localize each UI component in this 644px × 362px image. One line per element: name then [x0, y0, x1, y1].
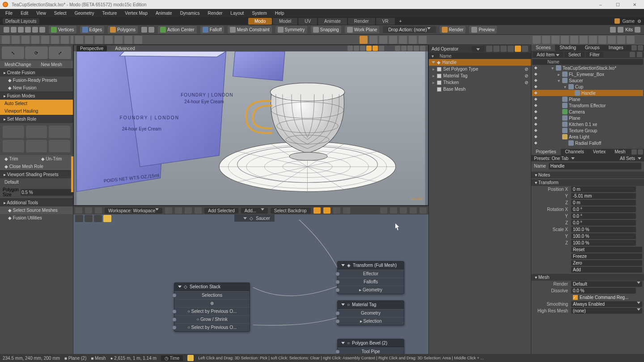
mesh-role-btn[interactable]	[26, 140, 47, 152]
expand-icon[interactable]	[635, 27, 640, 33]
vp-projection[interactable]: Perspective	[76, 46, 107, 51]
node-row[interactable]: Selections	[174, 291, 250, 299]
shelf-icon[interactable]	[12, 36, 20, 44]
rs-icon[interactable]	[598, 36, 606, 44]
play-icon[interactable]	[75, 215, 83, 222]
tab-scenes[interactable]: Scenes	[531, 45, 555, 51]
vp-opt-icon[interactable]	[360, 46, 365, 51]
shelf-icon[interactable]	[41, 36, 49, 44]
sch-nav-icon[interactable]	[380, 207, 387, 214]
layout-tab-modo[interactable]: Modo	[248, 18, 272, 25]
mesh-role-btn[interactable]	[3, 140, 24, 152]
trim-btn[interactable]: ◆ Trim	[0, 155, 37, 163]
sch-icon[interactable]	[75, 207, 82, 214]
vp-shelf-icon[interactable]	[369, 36, 377, 44]
rot-y-input[interactable]: 0.0 °	[571, 213, 636, 219]
menu-layout[interactable]: Layout	[227, 10, 247, 17]
transform-rotate-icon[interactable]: ⟳	[25, 46, 47, 59]
vp-shelf-icon[interactable]	[105, 36, 113, 44]
snapping-toggle[interactable]: Snapping	[311, 26, 341, 34]
vp-shelf-icon[interactable]	[399, 36, 407, 44]
layout-tab-vr[interactable]: VR	[376, 18, 395, 25]
tree-item[interactable]: Transform Effector	[532, 102, 643, 109]
add-operator-dropdown[interactable]: Add Operator	[432, 46, 458, 51]
menu-dynamics[interactable]: Dynamics	[177, 10, 203, 17]
node-row[interactable]: Effector	[338, 269, 404, 278]
tool-icon[interactable]	[25, 27, 31, 33]
sch-nav-icon[interactable]	[419, 207, 427, 214]
vp-shelf-icon[interactable]	[389, 36, 397, 44]
node-row[interactable]: ○ Select by Previous O...	[174, 307, 250, 315]
drop-action-dropdown[interactable]: Drop Action: (none)	[383, 26, 436, 33]
menu-geometry[interactable]: Geometry	[71, 10, 98, 17]
filter-icon[interactable]	[637, 52, 642, 57]
time-dropdown[interactable]: ◷ Time	[161, 355, 183, 361]
shelf-icon[interactable]	[51, 36, 59, 44]
rs-icon[interactable]	[580, 36, 588, 44]
tab-opt-icon[interactable]	[631, 45, 637, 51]
sch-icon[interactable]	[95, 207, 102, 214]
rs-icon[interactable]	[561, 36, 569, 44]
zero-btn[interactable]: Zero	[571, 260, 642, 266]
edges-mode[interactable]: Edges	[80, 26, 104, 34]
3d-viewport[interactable]: Perspective Advanced	[73, 45, 428, 206]
ops-item[interactable]: ▸Thicken⊘	[429, 79, 531, 86]
viewport-hauling-mode[interactable]: Viewport Hauling	[0, 107, 73, 115]
node-row[interactable]: ▸ Geometry	[338, 286, 404, 294]
tool-icon[interactable]	[11, 27, 17, 33]
menu-edit[interactable]: Edit	[17, 10, 32, 17]
select-source-meshes[interactable]: ◆ Select Source Meshes	[0, 206, 73, 214]
menu-animate[interactable]: Animate	[152, 10, 176, 17]
rot-z-input[interactable]: 0.0 °	[571, 220, 636, 226]
maximize-button[interactable]: ☐	[611, 0, 624, 8]
tab-images[interactable]: Images	[604, 45, 628, 51]
schematic-view[interactable]: Workspace: Workspace Add Selected Add...…	[73, 206, 428, 354]
tool-icon[interactable]	[18, 27, 24, 33]
node-material-tag[interactable]: ○ Material Tag Geometry ▸ Selection	[337, 300, 404, 325]
vp-style[interactable]: Advanced	[111, 46, 138, 51]
pause-icon[interactable]	[85, 215, 93, 222]
tree-item[interactable]: Kitchen 0.1 xe	[532, 121, 643, 127]
vp-shelf-icon[interactable]	[95, 36, 103, 44]
reset-btn[interactable]: Reset	[571, 247, 642, 253]
add-item-dropdown[interactable]: Add Item	[533, 52, 563, 58]
transform-scale-icon[interactable]: ⤢	[49, 46, 71, 59]
tool-icon[interactable]	[148, 27, 154, 33]
vp-opt-icon[interactable]	[354, 46, 359, 51]
preview-button[interactable]: Preview	[469, 26, 497, 34]
tool-icon[interactable]	[4, 27, 9, 33]
ops-item[interactable]: ▸Set Polygon Type⊘	[429, 66, 531, 72]
vp-opt-icon[interactable]	[366, 46, 372, 51]
section-mesh[interactable]: ▾ Mesh	[531, 274, 644, 281]
vp-control-icon[interactable]	[395, 46, 400, 51]
shelf-icon[interactable]	[21, 36, 30, 44]
menu-select[interactable]: Select	[51, 10, 70, 17]
section-transform[interactable]: ▾ Transform	[531, 179, 644, 186]
tree-item[interactable]: Radial Falloff	[532, 140, 643, 146]
sch-icon[interactable]	[85, 207, 92, 214]
node-selection-stack[interactable]: ◇ Selection Stack Selections ⊕ ○ Select …	[174, 282, 250, 332]
highres-dropdown[interactable]: (none)	[571, 308, 642, 314]
node-polygon-bevel[interactable]: ○ Polygon Bevel (2) Tool Pipe	[337, 339, 404, 354]
mesh-role-btn[interactable]	[3, 126, 24, 138]
kits-label[interactable]: Kits	[625, 27, 633, 32]
section-notes[interactable]: ▾ Notes	[531, 172, 644, 178]
ops-icon[interactable]	[522, 46, 528, 52]
tree-item[interactable]: Plane	[532, 96, 643, 102]
prop-opt-icon[interactable]	[631, 149, 637, 155]
schematic-breadcrumb[interactable]: ◇ Saucer	[234, 215, 275, 222]
sch-icon[interactable]	[333, 207, 340, 214]
tool-icon[interactable]	[39, 27, 45, 33]
vp-shelf-icon[interactable]	[134, 36, 142, 44]
layouts-dropdown[interactable]: Default Layouts	[3, 18, 39, 24]
fusion-ready-presets[interactable]: ◆ Fusion-Ready Presets	[0, 76, 73, 84]
sch-nav-icon[interactable]	[390, 207, 397, 214]
vp-shelf-icon[interactable]	[85, 36, 93, 44]
action-center-menu[interactable]: Action Center	[158, 26, 197, 34]
scl-y-input[interactable]: 100.0 %	[571, 233, 636, 239]
untrim-btn[interactable]: ◆ Un-Trim	[37, 155, 73, 163]
tree-item[interactable]: ▾Saucer	[532, 77, 643, 84]
settings-gear-icon[interactable]: ⚙	[637, 19, 641, 24]
rs-icon[interactable]	[589, 36, 597, 44]
fusion-utilities[interactable]: ◆ Fusion Utilities	[0, 214, 73, 222]
